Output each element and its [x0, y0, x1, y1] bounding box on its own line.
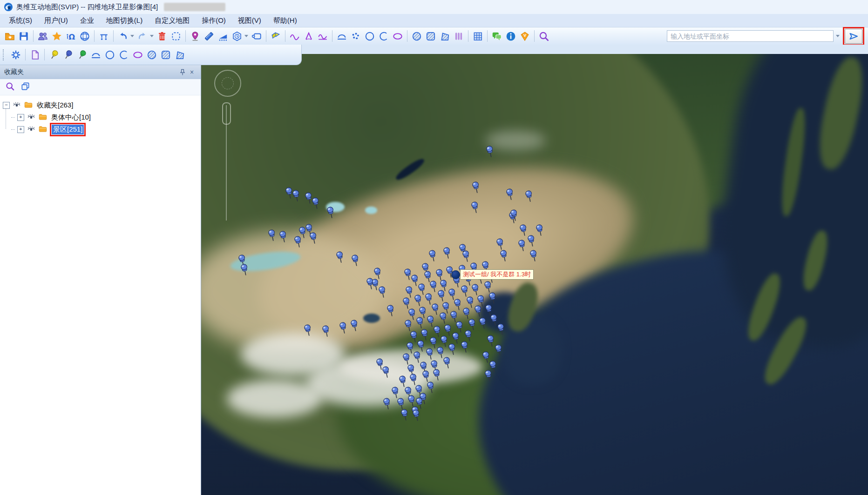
- ellipse-icon[interactable]: [131, 48, 144, 62]
- toolbar-separator: [407, 30, 407, 42]
- wave-baseline-icon[interactable]: [316, 29, 329, 43]
- open-folder-icon[interactable]: [3, 29, 16, 43]
- slope-icon[interactable]: [217, 29, 230, 43]
- undo-dropdown-caret[interactable]: [130, 35, 134, 37]
- save-icon[interactable]: [17, 29, 30, 43]
- arc-open-icon[interactable]: [377, 29, 390, 43]
- search-area: [667, 27, 865, 46]
- folder-icon: [24, 100, 33, 111]
- tree-guide-line: [11, 129, 15, 130]
- menu-item-3[interactable]: 企业: [74, 15, 100, 27]
- pushpin-blue-icon[interactable]: [61, 48, 75, 62]
- track-tool-icon[interactable]: [97, 29, 110, 43]
- menu-item-8[interactable]: 帮助(H): [267, 15, 303, 27]
- tree-item-label[interactable]: 收藏夹[263]: [35, 100, 75, 110]
- menu-item-4[interactable]: 地图切换(L): [100, 15, 149, 27]
- collapse-box[interactable]: −: [3, 102, 10, 109]
- search-input[interactable]: [667, 30, 834, 42]
- arc-chord-icon[interactable]: [335, 29, 348, 43]
- folder-icon: [38, 112, 47, 123]
- gear-icon[interactable]: [9, 48, 22, 62]
- arc-open-icon[interactable]: [117, 48, 130, 62]
- polygon-open-icon[interactable]: [302, 29, 315, 43]
- tree-item-label[interactable]: 景区[251]: [52, 125, 84, 134]
- wave-icon[interactable]: [288, 29, 301, 43]
- menu-item-7[interactable]: 视图(V): [232, 15, 267, 27]
- zoom-slider-handle[interactable]: [222, 102, 231, 125]
- magnifier-icon[interactable]: [537, 29, 550, 43]
- magnifier-icon[interactable]: [5, 81, 15, 93]
- hatch-poly-icon[interactable]: [173, 48, 186, 62]
- clouds: [485, 131, 546, 150]
- toolbar-separator: [266, 30, 266, 42]
- pushpin-green-icon[interactable]: [75, 48, 88, 62]
- send-annotation-box: [843, 27, 864, 46]
- region-clock-icon[interactable]: [231, 29, 244, 43]
- star-icon[interactable]: [50, 29, 63, 43]
- visibility-eye-icon[interactable]: [27, 124, 36, 135]
- copy-stack-icon[interactable]: [20, 81, 30, 93]
- users-icon[interactable]: [36, 29, 49, 43]
- hatch-rect-icon[interactable]: [159, 48, 172, 62]
- favorites-panel-title: 收藏夹: [4, 68, 178, 76]
- app-logo-icon: [4, 2, 13, 12]
- tree-row: +奥体中心[10]: [13, 111, 201, 123]
- delete-icon[interactable]: [156, 29, 169, 43]
- region-clock-dropdown-caret[interactable]: [244, 35, 248, 37]
- menu-item-2[interactable]: 用户(U): [38, 15, 74, 27]
- doc-icon[interactable]: [28, 48, 41, 62]
- viewport-icon[interactable]: [250, 29, 263, 43]
- tree-item-label[interactable]: 奥体中心[10]: [50, 113, 92, 122]
- info-icon[interactable]: [504, 29, 517, 43]
- marquee-icon[interactable]: [170, 29, 183, 43]
- gps-icon[interactable]: Ω: [64, 29, 77, 43]
- menu-item-5[interactable]: 自定义地图: [149, 15, 196, 27]
- hatch-poly-icon[interactable]: [438, 29, 451, 43]
- toolbar-separator: [332, 30, 332, 42]
- arc-chord-icon[interactable]: [89, 48, 102, 62]
- selected-marker-dot[interactable]: [451, 270, 460, 279]
- hatch-rect-icon[interactable]: [424, 29, 437, 43]
- placemark-icon[interactable]: [189, 29, 202, 43]
- undo-icon[interactable]: [116, 29, 129, 43]
- ellipse-icon[interactable]: [391, 29, 404, 43]
- circle-icon[interactable]: [103, 48, 116, 62]
- close-icon[interactable]: ×: [187, 67, 197, 77]
- layers-grid-icon[interactable]: [471, 29, 484, 43]
- redo-dropdown-caret[interactable]: [150, 35, 154, 37]
- expand-box[interactable]: +: [17, 114, 24, 121]
- globe-3d-icon[interactable]: [78, 29, 91, 43]
- toolbar-separator: [285, 30, 285, 42]
- bars-icon[interactable]: [452, 29, 465, 43]
- ruler-icon[interactable]: [203, 29, 216, 43]
- goto-coordinates-button[interactable]: [845, 29, 862, 44]
- svg-text:Ω: Ω: [68, 32, 75, 41]
- lake: [365, 207, 377, 214]
- vip-icon[interactable]: V: [518, 29, 531, 43]
- multipoint-icon[interactable]: [349, 29, 362, 43]
- flag-note-icon[interactable]: [269, 29, 282, 43]
- expand-box[interactable]: +: [17, 126, 24, 133]
- toolbar-separator: [534, 30, 535, 42]
- toolbar-separator: [487, 30, 488, 42]
- window-title: 奥维互动地图(SVIP) -- 四维地球卫星影像图[4]: [16, 3, 158, 12]
- circle-icon[interactable]: [363, 29, 376, 43]
- menu-item-6[interactable]: 操作(O): [196, 15, 232, 27]
- visibility-eye-icon[interactable]: [12, 100, 21, 111]
- dock-pin-icon[interactable]: [178, 67, 187, 77]
- redo-icon[interactable]: [136, 29, 149, 43]
- hatch-circle-icon[interactable]: [145, 48, 158, 62]
- chat-icon[interactable]: [490, 29, 503, 43]
- menu-item-1[interactable]: 系统(S): [3, 15, 38, 27]
- search-dropdown-caret[interactable]: [836, 35, 840, 37]
- toolbar-separator: [113, 30, 114, 42]
- map-canvas[interactable]: 测试一组/ 我不是群 1.3时: [201, 54, 868, 495]
- toolbar-separator: [94, 30, 95, 42]
- pushpin-yellow-icon[interactable]: [47, 48, 61, 62]
- favorites-tree: −收藏夹[263]+奥体中心[10]+景区[251]: [0, 95, 201, 135]
- visibility-eye-icon[interactable]: [27, 112, 36, 123]
- hatch-circle-icon[interactable]: [410, 29, 423, 43]
- title-bar: 奥维互动地图(SVIP) -- 四维地球卫星影像图[4]: [0, 0, 868, 14]
- toolbar-drag-grip[interactable]: [3, 49, 6, 60]
- svg-text:×: ×: [190, 69, 194, 75]
